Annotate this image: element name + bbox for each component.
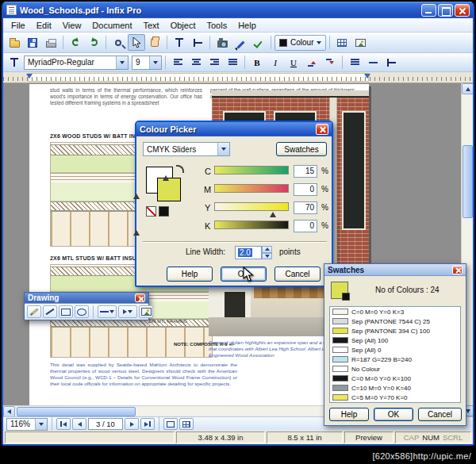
scroll-up-button[interactable] bbox=[462, 83, 473, 94]
colour-mode-select[interactable]: CMYK Sliders bbox=[143, 142, 230, 156]
font-family-arrow[interactable] bbox=[116, 56, 128, 69]
help-button[interactable]: Help bbox=[167, 267, 213, 282]
maximize-button[interactable] bbox=[438, 4, 453, 17]
colour-picker-titlebar[interactable]: Colour Picker bbox=[136, 122, 332, 136]
no-colour-chip[interactable] bbox=[146, 206, 156, 217]
superscript-button[interactable] bbox=[303, 54, 321, 71]
horizontal-scroll-thumb[interactable] bbox=[17, 407, 136, 416]
swatch-row[interactable]: Sep (PANTONE 7544 C) 25 bbox=[330, 316, 460, 326]
paragraph-button[interactable] bbox=[382, 54, 400, 71]
swatches-ok-button[interactable]: OK bbox=[374, 408, 413, 421]
open-button[interactable] bbox=[6, 34, 23, 51]
page-number-field[interactable]: 3 / 10 bbox=[88, 418, 123, 430]
line-style-dropdown[interactable] bbox=[98, 305, 117, 318]
colour-dropdown[interactable]: Colour bbox=[274, 35, 326, 51]
cyan-slider[interactable] bbox=[214, 166, 289, 174]
text-tool-button[interactable] bbox=[171, 34, 188, 51]
line-spacing-button[interactable] bbox=[346, 54, 363, 71]
vertical-scroll-thumb[interactable] bbox=[463, 145, 473, 218]
line-width-field[interactable]: 2.0 bbox=[235, 246, 262, 259]
align-right-button[interactable] bbox=[205, 54, 223, 71]
menu-help[interactable]: Help bbox=[232, 19, 262, 32]
first-page-button[interactable] bbox=[56, 418, 71, 430]
menu-object[interactable]: Object bbox=[165, 19, 202, 32]
line-width-stepper[interactable] bbox=[262, 246, 272, 259]
align-justify-button[interactable] bbox=[224, 54, 241, 71]
menu-view[interactable]: View bbox=[57, 19, 87, 32]
swatches-button[interactable]: Swatches bbox=[276, 142, 327, 156]
bold-button[interactable]: B bbox=[248, 54, 266, 71]
pen-tool-button[interactable] bbox=[232, 34, 249, 51]
colour-mode-arrow[interactable] bbox=[217, 143, 229, 155]
italic-button[interactable]: I bbox=[267, 54, 284, 71]
magenta-value-field[interactable]: 0 bbox=[294, 183, 317, 196]
swatch-row[interactable]: Sep (All) 100 bbox=[330, 336, 460, 345]
zoom-select[interactable]: 116% bbox=[6, 418, 48, 431]
swatch-row[interactable]: C=0 M=0 Y=0 K=100 bbox=[330, 374, 460, 383]
hand-tool-button[interactable] bbox=[146, 34, 163, 51]
cancel-button[interactable]: Cancel bbox=[274, 267, 321, 282]
next-page-button[interactable] bbox=[125, 418, 139, 430]
pencil-tool-button[interactable] bbox=[27, 305, 41, 318]
menu-document[interactable]: Document bbox=[86, 19, 137, 32]
swatch-row[interactable]: Sep (PANTONE 394 C) 100 bbox=[330, 326, 460, 336]
font-size-select[interactable]: 9 bbox=[132, 56, 162, 70]
save-button[interactable] bbox=[24, 34, 41, 51]
black-colour-chip[interactable] bbox=[159, 206, 169, 217]
swatch-row[interactable]: No Colour bbox=[330, 364, 460, 374]
horizontal-ruler[interactable] bbox=[3, 72, 473, 83]
menu-edit[interactable]: Edit bbox=[31, 19, 57, 32]
scroll-left-button[interactable] bbox=[3, 406, 15, 416]
swatch-row[interactable]: C=10 M=0 Y=0 K=40 bbox=[330, 383, 460, 393]
black-value-field[interactable]: 0 bbox=[294, 220, 317, 232]
select-tool-button[interactable] bbox=[128, 34, 145, 51]
yellow-slider[interactable] bbox=[214, 202, 289, 211]
insert-image-button[interactable] bbox=[351, 34, 369, 51]
zoom-arrow[interactable] bbox=[35, 419, 47, 430]
char-style-button[interactable] bbox=[6, 54, 23, 71]
align-left-button[interactable] bbox=[169, 54, 186, 71]
swatches-close-button[interactable] bbox=[452, 266, 463, 274]
yellow-slider-marker[interactable] bbox=[270, 212, 276, 217]
menu-file[interactable]: File bbox=[6, 19, 31, 32]
spellcheck-button[interactable] bbox=[250, 34, 267, 51]
fit-page-button[interactable] bbox=[179, 418, 194, 430]
black-slider-marker[interactable] bbox=[133, 230, 140, 236]
black-slider[interactable] bbox=[214, 220, 289, 229]
rectangle-tool-button[interactable] bbox=[59, 305, 73, 318]
preview-segment[interactable]: Preview bbox=[344, 431, 393, 443]
font-family-select[interactable]: MyriadPro-Regular bbox=[24, 56, 129, 70]
underline-button[interactable]: U bbox=[285, 54, 302, 71]
last-page-button[interactable] bbox=[140, 418, 155, 430]
minimize-button[interactable] bbox=[421, 4, 436, 17]
stepper-up[interactable] bbox=[262, 246, 272, 253]
yellow-value-field[interactable]: 70 bbox=[294, 201, 317, 214]
cyan-value-field[interactable]: 15 bbox=[294, 165, 317, 178]
previous-page-button[interactable] bbox=[72, 418, 86, 430]
swatches-help-button[interactable]: Help bbox=[329, 408, 369, 421]
vertical-text-tool-button[interactable] bbox=[189, 34, 206, 51]
ellipse-tool-button[interactable] bbox=[75, 305, 89, 318]
drawing-close-button[interactable] bbox=[135, 293, 145, 302]
menu-text[interactable]: Text bbox=[138, 19, 165, 32]
cyan-slider-marker[interactable] bbox=[163, 175, 169, 181]
menu-tools[interactable]: Tools bbox=[201, 19, 232, 32]
swatch-row[interactable]: C=0 M=0 Y=0 K=3 bbox=[330, 307, 460, 316]
insert-picture-button[interactable] bbox=[139, 305, 153, 318]
font-size-arrow[interactable] bbox=[149, 56, 161, 69]
char-spacing-button[interactable] bbox=[364, 54, 382, 71]
swatches-cancel-button[interactable]: Cancel bbox=[418, 408, 462, 421]
swap-colours-icon[interactable] bbox=[176, 165, 184, 173]
table-tool-button[interactable] bbox=[333, 34, 351, 51]
magenta-slider[interactable] bbox=[214, 184, 289, 193]
right-margin-marker[interactable] bbox=[364, 74, 370, 82]
swatches-titlebar[interactable]: Swatches bbox=[324, 264, 466, 276]
zoom-tool-button[interactable] bbox=[109, 34, 127, 51]
colour-picker-close-button[interactable] bbox=[316, 124, 328, 135]
snapshot-button[interactable] bbox=[213, 34, 231, 51]
swatch-row[interactable]: C=5 M=0 Y=70 K=0 bbox=[330, 393, 460, 402]
subscript-button[interactable] bbox=[321, 54, 339, 71]
title-bar[interactable]: Wood_Schools.pdf - Infix Pro bbox=[3, 2, 473, 18]
drawing-toolbar-titlebar[interactable]: Drawing bbox=[25, 293, 148, 304]
arrow-style-dropdown[interactable] bbox=[118, 305, 137, 318]
